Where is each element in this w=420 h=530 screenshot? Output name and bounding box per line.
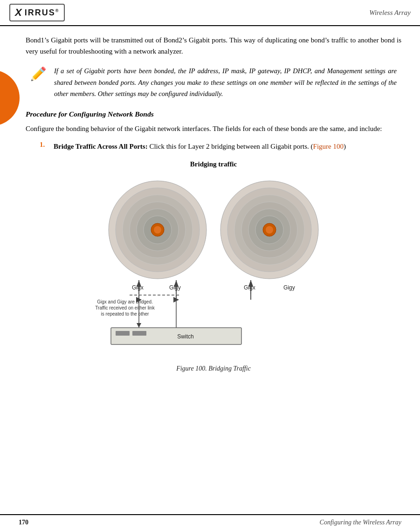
item-end-1: ) <box>344 143 346 150</box>
logo-box: X IRRUS® <box>9 4 65 21</box>
logo-irrus: IRRUS® <box>25 8 60 18</box>
note-box: ✏️ If a set of Gigabit ports have been b… <box>30 65 397 100</box>
item-number-1: 1. <box>40 141 49 149</box>
svg-rect-28 <box>132 331 146 336</box>
svg-marker-35 <box>248 280 253 287</box>
list-item-1: 1. Bridge Traffic Across All Ports: Clic… <box>40 141 401 152</box>
item-label-1: Bridge Traffic Across All Ports: <box>54 143 148 150</box>
svg-marker-31 <box>137 280 141 287</box>
main-content: Bond1’s Gigabit ports will be transmitte… <box>0 26 420 386</box>
pencil-icon: ✏️ <box>30 66 47 82</box>
bridging-traffic-diagram: Gigx Gigy Gigx Gigy Gigx and <box>83 174 344 360</box>
figure-link[interactable]: Figure 100 <box>313 143 344 150</box>
bridge-text-3: is repeated to the other <box>101 311 150 317</box>
svg-marker-23 <box>137 323 141 328</box>
page-header: X IRRUS® Wireless Array <box>0 0 420 26</box>
switch-label: Switch <box>177 333 193 340</box>
svg-marker-33 <box>174 280 179 287</box>
logo-area: X IRRUS® <box>9 4 65 21</box>
header-title: Wireless Array <box>369 9 411 17</box>
section-heading: Procedure for Configuring Network Bonds <box>26 110 401 118</box>
item-content-1: Bridge Traffic Across All Ports: Click t… <box>54 141 346 152</box>
bridge-text-1: Gigx and Gigy are bridged. <box>97 299 153 304</box>
bridge-text-2: Traffic received on either link <box>95 305 155 310</box>
footer-section: Configuring the Wireless Array <box>320 519 401 526</box>
item-text-1: Click this for Layer 2 bridging between … <box>148 143 313 150</box>
paragraph-2: Configure the bonding behavior of the Gi… <box>26 123 401 134</box>
note-text: If a set of Gigabit ports have been bond… <box>54 65 397 100</box>
svg-point-15 <box>266 226 273 234</box>
svg-rect-27 <box>116 331 130 336</box>
page-number: 170 <box>19 519 28 526</box>
paragraph-1: Bond1’s Gigabit ports will be transmitte… <box>26 34 401 57</box>
figure-title: Bridging traffic <box>26 160 401 168</box>
logo-x: X <box>15 7 22 19</box>
svg-rect-26 <box>111 328 241 344</box>
figure-container: Bridging traffic Gigx Gigy <box>26 160 401 372</box>
figure-caption: Figure 100. Bridging Traffic <box>26 365 401 372</box>
svg-point-7 <box>154 226 161 234</box>
right-gigy-label: Gigy <box>283 284 295 291</box>
page-footer: 170 Configuring the Wireless Array <box>0 514 420 530</box>
numbered-list: 1. Bridge Traffic Across All Ports: Clic… <box>40 141 401 152</box>
